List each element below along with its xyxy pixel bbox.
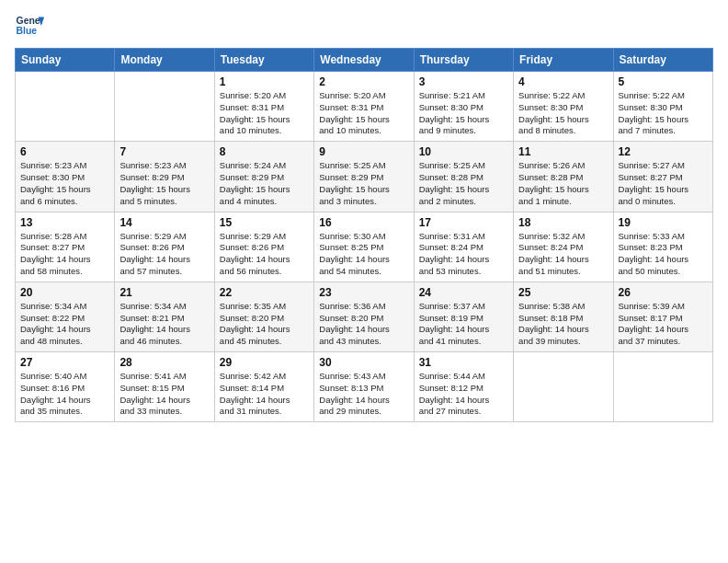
calendar-cell: 24Sunrise: 5:37 AM Sunset: 8:19 PM Dayli… [414,282,513,351]
day-number: 17 [419,216,508,229]
calendar-cell: 17Sunrise: 5:31 AM Sunset: 8:24 PM Dayli… [414,212,513,282]
day-number: 1 [220,75,309,88]
calendar-cell: 27Sunrise: 5:40 AM Sunset: 8:16 PM Dayli… [16,352,115,422]
day-number: 10 [419,145,508,158]
day-number: 30 [319,356,408,369]
calendar-cell: 19Sunrise: 5:33 AM Sunset: 8:23 PM Dayli… [613,212,712,282]
day-info: Sunrise: 5:23 AM Sunset: 8:30 PM Dayligh… [20,160,109,207]
calendar-week-row: 6Sunrise: 5:23 AM Sunset: 8:30 PM Daylig… [16,142,713,212]
day-number: 28 [119,356,209,369]
day-number: 31 [419,356,508,369]
day-info: Sunrise: 5:34 AM Sunset: 8:22 PM Dayligh… [20,301,109,348]
calendar-cell: 7Sunrise: 5:23 AM Sunset: 8:29 PM Daylig… [115,142,214,212]
calendar-cell: 22Sunrise: 5:35 AM Sunset: 8:20 PM Dayli… [214,282,313,351]
day-info: Sunrise: 5:34 AM Sunset: 8:21 PM Dayligh… [119,301,209,348]
day-info: Sunrise: 5:31 AM Sunset: 8:24 PM Dayligh… [419,231,508,278]
day-info: Sunrise: 5:29 AM Sunset: 8:26 PM Dayligh… [119,231,209,278]
day-number: 2 [319,75,408,88]
calendar-table: SundayMondayTuesdayWednesdayThursdayFrid… [15,48,713,422]
day-number: 27 [20,356,109,369]
day-info: Sunrise: 5:35 AM Sunset: 8:20 PM Dayligh… [220,301,309,348]
weekday-header: Friday [514,49,613,72]
calendar-cell: 11Sunrise: 5:26 AM Sunset: 8:28 PM Dayli… [514,142,613,212]
day-number: 19 [619,216,708,229]
day-info: Sunrise: 5:42 AM Sunset: 8:14 PM Dayligh… [220,371,309,418]
day-info: Sunrise: 5:27 AM Sunset: 8:27 PM Dayligh… [619,160,708,207]
weekday-header: Sunday [16,49,115,72]
day-number: 21 [119,286,209,299]
calendar-header-row: SundayMondayTuesdayWednesdayThursdayFrid… [16,49,713,72]
calendar-cell [16,72,115,142]
calendar-cell [514,352,613,422]
day-info: Sunrise: 5:43 AM Sunset: 8:13 PM Dayligh… [319,371,408,418]
page: General Blue SundayMondayTuesdayWednesda… [0,0,728,563]
day-number: 15 [220,216,309,229]
day-number: 13 [20,216,109,229]
day-number: 4 [518,75,608,88]
calendar-cell: 30Sunrise: 5:43 AM Sunset: 8:13 PM Dayli… [314,352,414,422]
calendar-cell: 4Sunrise: 5:22 AM Sunset: 8:30 PM Daylig… [514,72,613,142]
calendar-cell [115,72,214,142]
day-info: Sunrise: 5:41 AM Sunset: 8:15 PM Dayligh… [119,371,209,418]
day-info: Sunrise: 5:29 AM Sunset: 8:26 PM Dayligh… [220,231,309,278]
day-info: Sunrise: 5:36 AM Sunset: 8:20 PM Dayligh… [319,301,408,348]
weekday-header: Tuesday [214,49,313,72]
calendar-cell: 1Sunrise: 5:20 AM Sunset: 8:31 PM Daylig… [214,72,313,142]
calendar-cell: 12Sunrise: 5:27 AM Sunset: 8:27 PM Dayli… [613,142,712,212]
calendar-cell: 6Sunrise: 5:23 AM Sunset: 8:30 PM Daylig… [16,142,115,212]
calendar-cell: 3Sunrise: 5:21 AM Sunset: 8:30 PM Daylig… [414,72,513,142]
calendar-cell: 31Sunrise: 5:44 AM Sunset: 8:12 PM Dayli… [414,352,513,422]
day-number: 26 [619,286,708,299]
calendar-week-row: 20Sunrise: 5:34 AM Sunset: 8:22 PM Dayli… [16,282,713,351]
day-info: Sunrise: 5:24 AM Sunset: 8:29 PM Dayligh… [220,160,309,207]
day-info: Sunrise: 5:26 AM Sunset: 8:28 PM Dayligh… [518,160,608,207]
day-number: 7 [119,145,209,158]
day-info: Sunrise: 5:22 AM Sunset: 8:30 PM Dayligh… [619,90,708,137]
day-info: Sunrise: 5:40 AM Sunset: 8:16 PM Dayligh… [20,371,109,418]
day-info: Sunrise: 5:38 AM Sunset: 8:18 PM Dayligh… [518,301,608,348]
day-number: 5 [619,75,708,88]
day-info: Sunrise: 5:23 AM Sunset: 8:29 PM Dayligh… [119,160,209,207]
calendar-cell: 10Sunrise: 5:25 AM Sunset: 8:28 PM Dayli… [414,142,513,212]
calendar-week-row: 1Sunrise: 5:20 AM Sunset: 8:31 PM Daylig… [16,72,713,142]
day-number: 24 [419,286,508,299]
calendar-cell: 25Sunrise: 5:38 AM Sunset: 8:18 PM Dayli… [514,282,613,351]
calendar-body: 1Sunrise: 5:20 AM Sunset: 8:31 PM Daylig… [16,72,713,422]
weekday-header: Saturday [613,49,712,72]
day-info: Sunrise: 5:20 AM Sunset: 8:31 PM Dayligh… [319,90,408,137]
day-info: Sunrise: 5:28 AM Sunset: 8:27 PM Dayligh… [20,231,109,278]
day-info: Sunrise: 5:25 AM Sunset: 8:28 PM Dayligh… [419,160,508,207]
day-number: 11 [518,145,608,158]
calendar-week-row: 13Sunrise: 5:28 AM Sunset: 8:27 PM Dayli… [16,212,713,282]
day-number: 22 [220,286,309,299]
calendar-cell: 9Sunrise: 5:25 AM Sunset: 8:29 PM Daylig… [314,142,414,212]
calendar-cell [613,352,712,422]
calendar-cell: 18Sunrise: 5:32 AM Sunset: 8:24 PM Dayli… [514,212,613,282]
calendar-cell: 29Sunrise: 5:42 AM Sunset: 8:14 PM Dayli… [214,352,313,422]
logo: General Blue [15,11,44,40]
weekday-header: Monday [115,49,214,72]
calendar-cell: 5Sunrise: 5:22 AM Sunset: 8:30 PM Daylig… [613,72,712,142]
calendar-cell: 28Sunrise: 5:41 AM Sunset: 8:15 PM Dayli… [115,352,214,422]
day-number: 20 [20,286,109,299]
calendar-cell: 20Sunrise: 5:34 AM Sunset: 8:22 PM Dayli… [16,282,115,351]
day-number: 23 [319,286,408,299]
svg-text:Blue: Blue [17,26,38,36]
calendar-cell: 26Sunrise: 5:39 AM Sunset: 8:17 PM Dayli… [613,282,712,351]
weekday-header: Thursday [414,49,513,72]
calendar-cell: 16Sunrise: 5:30 AM Sunset: 8:25 PM Dayli… [314,212,414,282]
day-info: Sunrise: 5:20 AM Sunset: 8:31 PM Dayligh… [220,90,309,137]
day-info: Sunrise: 5:37 AM Sunset: 8:19 PM Dayligh… [419,301,508,348]
calendar-cell: 8Sunrise: 5:24 AM Sunset: 8:29 PM Daylig… [214,142,313,212]
calendar-cell: 23Sunrise: 5:36 AM Sunset: 8:20 PM Dayli… [314,282,414,351]
calendar-cell: 21Sunrise: 5:34 AM Sunset: 8:21 PM Dayli… [115,282,214,351]
day-info: Sunrise: 5:25 AM Sunset: 8:29 PM Dayligh… [319,160,408,207]
day-number: 8 [220,145,309,158]
day-info: Sunrise: 5:21 AM Sunset: 8:30 PM Dayligh… [419,90,508,137]
logo-icon: General Blue [15,11,44,40]
day-number: 9 [319,145,408,158]
calendar-week-row: 27Sunrise: 5:40 AM Sunset: 8:16 PM Dayli… [16,352,713,422]
day-number: 29 [220,356,309,369]
day-info: Sunrise: 5:32 AM Sunset: 8:24 PM Dayligh… [518,231,608,278]
calendar-cell: 15Sunrise: 5:29 AM Sunset: 8:26 PM Dayli… [214,212,313,282]
